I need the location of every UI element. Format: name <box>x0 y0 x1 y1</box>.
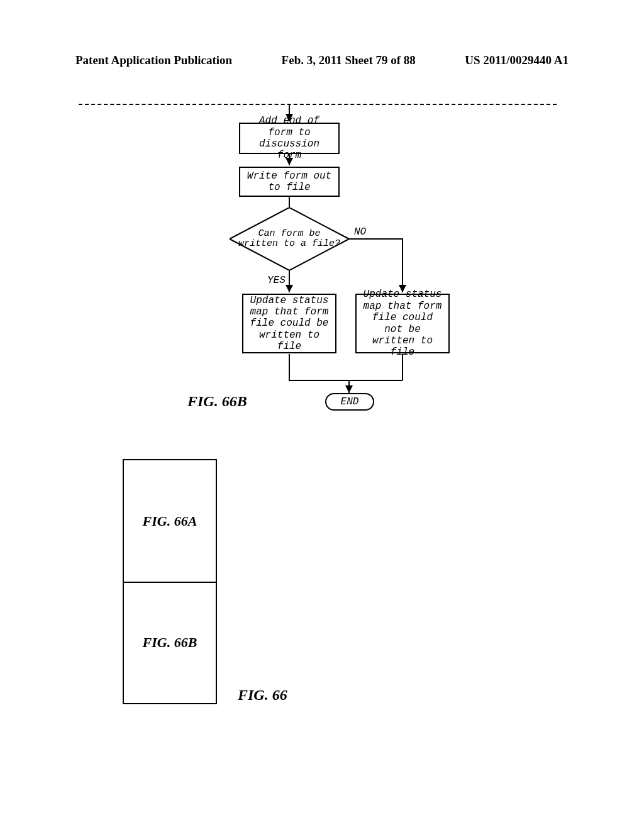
composite-cell-66a: FIG. 66A <box>124 460 216 582</box>
patent-page: Patent Application Publication Feb. 3, 2… <box>0 0 644 830</box>
flow-decision-can-write: Can form be written to a file? <box>230 208 349 270</box>
flow-terminator-end: END <box>325 393 374 411</box>
figure-caption-66: FIG. 66 <box>238 687 287 704</box>
label-no: NO <box>354 226 366 238</box>
flow-box-add-end: Add end of form to discussion form <box>239 123 340 154</box>
page-header: Patent Application Publication Feb. 3, 2… <box>0 53 644 67</box>
flowchart: Add end of form to discussion form Write… <box>79 104 557 428</box>
header-center: Feb. 3, 2011 Sheet 79 of 88 <box>282 53 416 67</box>
composite-cell-66b: FIG. 66B <box>124 582 216 703</box>
header-right: US 2011/0029440 A1 <box>465 53 569 67</box>
label-yes: YES <box>267 275 286 286</box>
decision-text: Can form be written to a file? <box>230 208 349 270</box>
flow-box-status-yes: Update status map that form file could b… <box>242 294 336 353</box>
header-left: Patent Application Publication <box>75 53 232 67</box>
figure-caption-66b: FIG. 66B <box>187 393 247 410</box>
flow-box-status-no: Update status map that form file could n… <box>355 294 450 353</box>
flow-box-write-file: Write form out to file <box>239 167 340 197</box>
figure-composite-stack: FIG. 66A FIG. 66B <box>123 459 217 704</box>
